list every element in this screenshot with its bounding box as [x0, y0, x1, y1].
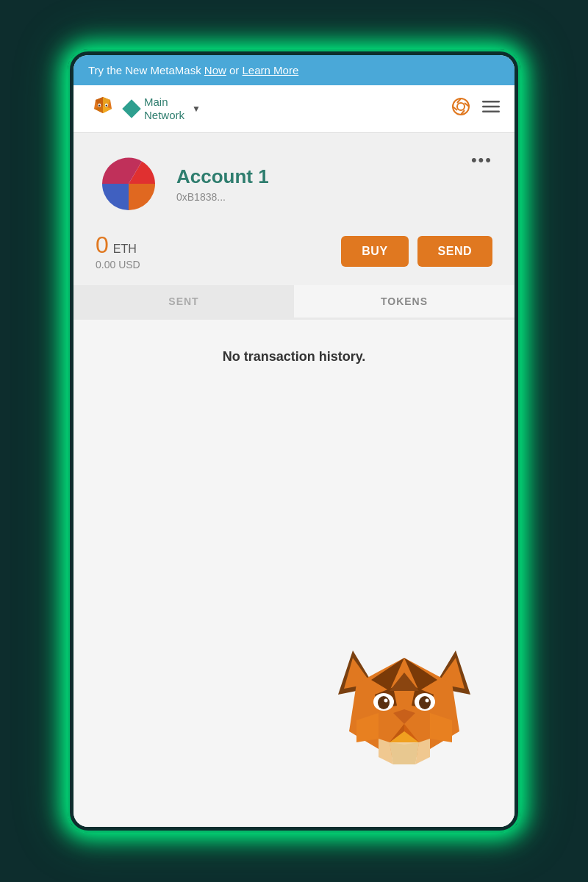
balance-column: 0 ETH 0.00 USD: [96, 232, 140, 270]
app-container: Try the New MetaMask Now or Learn More M…: [74, 55, 514, 827]
banner-or: or: [226, 64, 243, 76]
banner-link-learn[interactable]: Learn More: [243, 64, 299, 76]
svg-rect-15: [482, 101, 500, 103]
banner-link-now[interactable]: Now: [204, 64, 226, 76]
network-name: Main Network: [144, 96, 184, 122]
support-icon[interactable]: [451, 97, 470, 121]
tab-tokens[interactable]: TOKENS: [294, 285, 514, 320]
usd-label: USD: [118, 259, 140, 270]
eth-label: ETH: [113, 243, 137, 256]
account-more-button[interactable]: •••: [471, 151, 492, 170]
hamburger-menu-icon[interactable]: [482, 98, 500, 120]
buy-button[interactable]: BUY: [341, 236, 408, 267]
account-address: 0xB1838...: [176, 191, 456, 203]
account-avatar: [96, 151, 162, 217]
svg-rect-17: [482, 111, 500, 113]
eth-balance: 0 ETH: [96, 232, 140, 259]
header: Main Network ▼: [74, 85, 514, 133]
account-name: Account 1: [176, 165, 456, 188]
metamask-fox-logo: [88, 94, 118, 123]
svg-rect-16: [482, 106, 500, 108]
svg-point-29: [378, 696, 390, 709]
account-info: Account 1 0xB1838...: [176, 165, 456, 203]
svg-marker-41: [390, 742, 419, 764]
header-icons: [451, 97, 500, 121]
svg-point-32: [426, 699, 429, 703]
svg-point-8: [106, 104, 107, 106]
metamask-fox-illustration: [323, 636, 485, 797]
network-diamond-icon: [122, 99, 140, 118]
tabs: SENT TOKENS: [74, 285, 514, 320]
banner-text: Try the New MetaMask: [88, 64, 204, 76]
no-history-text: No transaction history.: [223, 349, 366, 365]
tab-sent[interactable]: SENT: [74, 285, 294, 320]
app-window: Try the New MetaMask Now or Learn More M…: [74, 55, 514, 827]
main-content: No transaction history.: [74, 320, 514, 827]
send-button[interactable]: SEND: [417, 236, 492, 267]
svg-point-10: [457, 103, 465, 110]
usd-amount-value: 0.00: [96, 259, 115, 270]
balance-row: 0 ETH 0.00 USD BUY SEND: [96, 232, 492, 270]
usd-balance: 0.00 USD: [96, 259, 140, 270]
action-buttons: BUY SEND: [341, 236, 492, 267]
network-chevron-icon: ▼: [192, 104, 201, 114]
eth-amount: 0: [96, 232, 109, 259]
svg-point-7: [98, 104, 100, 106]
svg-point-30: [419, 696, 431, 709]
svg-point-31: [384, 699, 388, 703]
network-selector[interactable]: Main Network ▼: [125, 96, 201, 122]
account-top: Account 1 0xB1838... •••: [96, 151, 492, 217]
svg-point-9: [453, 98, 469, 115]
banner: Try the New MetaMask Now or Learn More: [74, 55, 514, 85]
account-section: Account 1 0xB1838... ••• 0 ETH 0.00 USD: [74, 133, 514, 285]
